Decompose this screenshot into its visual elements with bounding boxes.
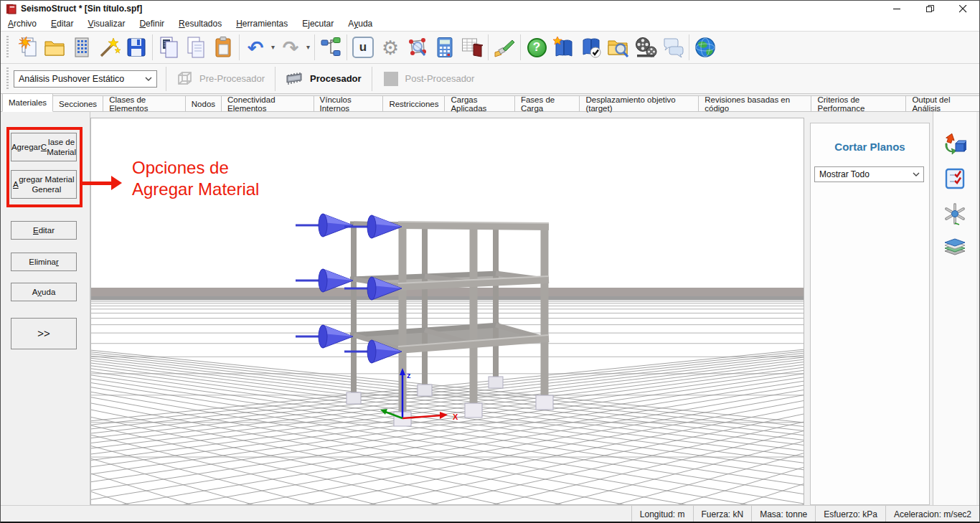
tab-criterios-performance[interactable]: Criterios de Performance xyxy=(811,95,906,111)
help-icon[interactable]: ? xyxy=(523,34,550,61)
cut-planes-panel: Cortar Planos Mostrar Todo xyxy=(810,123,930,505)
annotation-text: Opciones de Agregar Material xyxy=(132,157,259,200)
toolbar-separator xyxy=(488,34,489,60)
format-brush-icon[interactable] xyxy=(491,34,518,61)
tab-vinculos-internos[interactable]: Vínculos Internos xyxy=(314,95,384,111)
toolbar-separator xyxy=(239,34,240,60)
tab-output-analisis[interactable]: Output del Análisis xyxy=(905,95,980,111)
check-updates-icon[interactable] xyxy=(578,34,605,61)
procesador-icon xyxy=(286,70,304,88)
chevron-down-icon xyxy=(145,77,152,81)
menu-ejecutar[interactable]: Ejecutar xyxy=(295,17,341,31)
svg-text:X: X xyxy=(453,413,458,421)
copy-special-icon[interactable] xyxy=(155,34,182,61)
svg-text:z: z xyxy=(407,371,411,380)
tables-icon[interactable] xyxy=(458,34,486,61)
element-connectivity-icon[interactable] xyxy=(317,34,344,61)
menu-visualizar[interactable]: Visualizar xyxy=(80,17,132,31)
tab-clases-de-elementos[interactable]: Clases de Elementos xyxy=(103,95,186,111)
wizard-icon[interactable] xyxy=(95,34,123,61)
minimize-button[interactable] xyxy=(880,1,913,17)
tab-restricciones[interactable]: Restricciones xyxy=(382,95,445,111)
toolbar-separator xyxy=(520,34,521,60)
model-viewer-icon[interactable] xyxy=(404,34,431,61)
tab-conectividad-elementos[interactable]: Conectividad Elementos xyxy=(221,95,314,111)
tab-nodos[interactable]: Nodos xyxy=(185,95,222,111)
feedback-icon[interactable] xyxy=(659,34,687,61)
expand-button[interactable]: >> xyxy=(11,318,77,349)
module-tab-bar: MaterialesSeccionesClases de ElementosNo… xyxy=(1,94,979,112)
window-title: SeismoStruct * [Sin título.spf] xyxy=(21,4,142,14)
toolbar-grip[interactable] xyxy=(6,36,9,59)
annotation-arrow xyxy=(81,182,113,185)
analysis-type-select[interactable]: Análisis Pushover Estático xyxy=(14,70,157,88)
fit-view-icon[interactable] xyxy=(943,132,966,155)
analysis-type-value: Análisis Pushover Estático xyxy=(19,74,124,84)
tab-fases-de-carga[interactable]: Fases de Carga xyxy=(514,95,580,111)
status-esfuerzo: Esfuerzo: kPa xyxy=(815,506,885,522)
example-browser-icon[interactable] xyxy=(605,34,632,61)
editar-button[interactable]: Editar xyxy=(11,221,77,240)
tab-cargas-aplicadas[interactable]: Cargas Aplicadas xyxy=(444,95,514,111)
close-button[interactable] xyxy=(946,1,979,17)
calculator-icon[interactable] xyxy=(431,34,458,61)
status-masa: Masa: tonne xyxy=(751,506,815,522)
help-topics-icon[interactable] xyxy=(550,34,578,61)
seismosoft-website-icon[interactable] xyxy=(692,34,719,61)
toolbar-separator xyxy=(347,34,347,60)
menu-ayuda[interactable]: Ayuda xyxy=(341,17,380,31)
toolbar-separator xyxy=(689,34,689,60)
status-bar: Longitud: mFuerza: kNMasa: tonneEsfuerzo… xyxy=(1,505,979,522)
tab-desplazamiento-objetivo[interactable]: Desplazamiento objetivo (target) xyxy=(579,95,699,111)
post-procesador-stage: Post-Procesador xyxy=(372,70,485,88)
title-bar: SeismoStruct * [Sin título.spf] xyxy=(1,1,979,17)
open-project-icon[interactable] xyxy=(41,34,68,61)
paste-icon[interactable] xyxy=(209,34,237,61)
building-modeller-icon[interactable] xyxy=(68,34,95,61)
chevron-down-icon xyxy=(913,172,920,176)
annotation-highlight-box xyxy=(6,127,83,207)
status-fuerza: Fuerza: kN xyxy=(693,506,752,522)
app-icon xyxy=(6,4,17,14)
menu-herramientas[interactable]: Herramientas xyxy=(229,17,295,31)
menu-editar[interactable]: Editar xyxy=(44,17,80,31)
undo-icon[interactable]: ↶ xyxy=(242,34,269,61)
tab-materiales[interactable]: Materiales xyxy=(2,93,53,112)
toolbar-separator xyxy=(314,34,315,60)
display-checklist-icon[interactable] xyxy=(943,167,966,190)
save-icon[interactable] xyxy=(123,34,150,61)
ayuda-button[interactable]: Ayuda xyxy=(11,283,77,301)
toolbar-grip[interactable] xyxy=(6,67,9,90)
new-analysis-icon[interactable] xyxy=(14,34,41,61)
procesador-stage[interactable]: Procesador xyxy=(275,70,372,88)
view-tools-strip xyxy=(933,112,976,505)
cut-planes-value: Mostrar Todo xyxy=(819,169,870,179)
redo-dropdown-icon[interactable]: ▾ xyxy=(304,44,312,51)
tab-secciones[interactable]: Secciones xyxy=(52,95,103,111)
eliminar-button[interactable]: Eliminar xyxy=(11,253,77,271)
annotation-arrow-head xyxy=(111,176,122,190)
cut-planes-select[interactable]: Mostrar Todo xyxy=(814,166,924,182)
seismostruct-window: SeismoStruct * [Sin título.spf] ArchivoE… xyxy=(0,0,980,523)
units-icon[interactable]: u xyxy=(349,34,377,61)
tab-revisiones-codigo[interactable]: Revisiones basadas en código xyxy=(698,95,811,111)
restore-button[interactable] xyxy=(913,1,946,17)
menu-archivo[interactable]: Archivo xyxy=(1,17,44,31)
materials-panel: Agregar Clase de MaterialAgregar Materia… xyxy=(1,112,90,505)
undo-dropdown-icon[interactable]: ▾ xyxy=(269,44,277,51)
menu-definir[interactable]: Definir xyxy=(132,17,171,31)
analysis-toolbar: Análisis Pushover Estático Pre-Procesado… xyxy=(1,64,979,94)
redo-icon[interactable]: ↷ xyxy=(277,34,304,61)
cut-layers-icon[interactable] xyxy=(943,237,966,260)
menu-bar: ArchivoEditarVisualizarDefinirResultados… xyxy=(1,17,979,32)
video-tutorials-icon[interactable] xyxy=(632,34,659,61)
axes-3d-icon[interactable] xyxy=(943,202,966,225)
menu-resultados[interactable]: Resultados xyxy=(171,17,229,31)
copy-icon[interactable] xyxy=(182,34,209,61)
post-procesador-icon xyxy=(382,70,400,88)
toolbar-separator xyxy=(152,34,153,60)
main-toolbar: ↶ ▾ ↷ ▾ u ⚙ xyxy=(1,32,979,64)
pre-procesador-icon xyxy=(176,70,194,88)
settings-gear-icon[interactable]: ⚙ xyxy=(377,34,404,61)
cut-planes-title: Cortar Planos xyxy=(811,141,929,153)
